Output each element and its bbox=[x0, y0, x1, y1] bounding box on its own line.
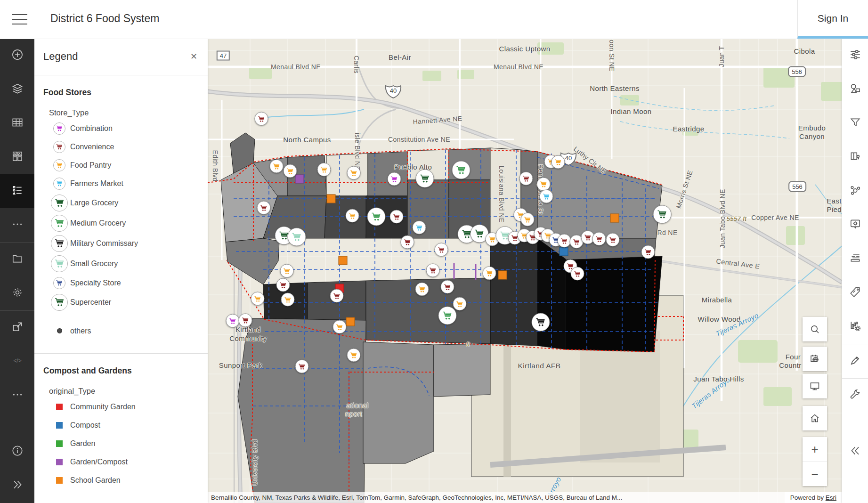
screen-button[interactable] bbox=[803, 374, 827, 398]
store-marker-medium[interactable] bbox=[367, 208, 386, 226]
garden-marker-school[interactable] bbox=[339, 256, 348, 265]
toolbar-button-add[interactable] bbox=[0, 39, 34, 73]
store-marker-pantry[interactable] bbox=[552, 155, 565, 169]
store-marker-pantry[interactable] bbox=[347, 349, 361, 362]
store-marker-conv[interactable] bbox=[330, 289, 344, 303]
store-marker-farmers[interactable] bbox=[413, 221, 426, 235]
store-marker-combo[interactable] bbox=[388, 172, 401, 186]
cart-icon bbox=[49, 159, 70, 171]
toolbar-button-more[interactable] bbox=[0, 379, 34, 413]
toolbar-button-share-nodes[interactable] bbox=[842, 174, 868, 208]
toolbar-button-code[interactable]: </> bbox=[0, 345, 34, 379]
toolbar-button-wrench[interactable] bbox=[842, 379, 868, 413]
store-marker-medium[interactable] bbox=[452, 161, 471, 179]
legend-item: Food Pantry bbox=[34, 156, 208, 174]
store-marker-pantry[interactable] bbox=[281, 293, 295, 307]
zoom-out-button[interactable]: − bbox=[803, 462, 827, 487]
store-marker-small[interactable] bbox=[288, 228, 306, 246]
store-marker-conv[interactable] bbox=[255, 112, 268, 126]
toolbar-button-tag[interactable] bbox=[842, 276, 868, 310]
legend-icon bbox=[11, 184, 24, 198]
toolbar-button-chevrons-left[interactable] bbox=[842, 435, 868, 469]
store-marker-combo[interactable] bbox=[226, 314, 240, 328]
garden-marker-school[interactable] bbox=[327, 195, 336, 203]
store-marker-conv[interactable] bbox=[276, 278, 290, 292]
store-marker-military[interactable] bbox=[532, 313, 550, 332]
search-button[interactable] bbox=[803, 317, 827, 341]
toolbar-button-legend[interactable] bbox=[0, 174, 34, 208]
toolbar-button-layers[interactable] bbox=[0, 73, 34, 106]
toolbar-button-popup-gear[interactable] bbox=[842, 208, 868, 242]
store-marker-conv[interactable] bbox=[295, 360, 309, 373]
garden-marker-school[interactable] bbox=[498, 271, 507, 280]
store-marker-conv[interactable] bbox=[257, 201, 271, 215]
toolbar-button-chevrons-right[interactable] bbox=[0, 469, 34, 503]
toolbar-button-map-areas[interactable] bbox=[842, 140, 868, 174]
legend-item-label: Compost bbox=[70, 421, 100, 430]
chevrons-left-icon bbox=[849, 445, 861, 459]
toolbar-button-filter[interactable] bbox=[842, 106, 868, 140]
legend-item: Garden/Compost bbox=[34, 453, 208, 471]
garden-marker-compost[interactable] bbox=[560, 247, 568, 256]
home-button[interactable] bbox=[803, 406, 827, 430]
esri-link[interactable]: Powered by Esri bbox=[790, 494, 836, 501]
toolbar-button-pen[interactable] bbox=[842, 344, 868, 378]
store-marker-pantry[interactable] bbox=[251, 292, 265, 306]
toolbar-button-sliders[interactable] bbox=[842, 39, 868, 73]
store-marker-conv[interactable] bbox=[390, 210, 404, 224]
store-marker-conv[interactable] bbox=[558, 234, 571, 248]
store-marker-conv[interactable] bbox=[426, 264, 440, 277]
store-marker-large[interactable] bbox=[416, 170, 434, 188]
close-icon[interactable]: ✕ bbox=[190, 51, 197, 62]
store-marker-conv[interactable] bbox=[435, 243, 448, 257]
store-marker-conv[interactable] bbox=[519, 172, 533, 186]
sign-in-button[interactable]: Sign In bbox=[797, 0, 868, 39]
map-canvas[interactable]: Bernalillo County, NM, Texas Parks & Wil… bbox=[208, 39, 842, 503]
store-marker-medium[interactable] bbox=[438, 307, 457, 325]
toolbar-button-share[interactable] bbox=[0, 311, 34, 345]
legend-item-label: Small Grocery bbox=[70, 260, 118, 268]
store-marker-pantry[interactable] bbox=[270, 160, 284, 173]
cart-icon bbox=[49, 294, 70, 311]
garden-line-marker[interactable] bbox=[454, 263, 455, 279]
garden-marker-gc[interactable] bbox=[295, 175, 304, 184]
store-marker-pantry[interactable] bbox=[537, 178, 551, 191]
toolbar-button-table[interactable] bbox=[0, 106, 34, 140]
store-marker-pantry[interactable] bbox=[453, 297, 467, 311]
legend-panel: Legend ✕ Food StoresStore_TypeCombinatio… bbox=[34, 39, 208, 503]
zoom-in-button[interactable]: + bbox=[803, 437, 827, 462]
toolbar-button-sketch[interactable] bbox=[842, 73, 868, 106]
garden-marker-school[interactable] bbox=[610, 214, 619, 223]
app-title: District 6 Food System bbox=[50, 12, 159, 25]
toolbar-button-info[interactable] bbox=[0, 435, 34, 469]
store-marker-pantry[interactable] bbox=[483, 267, 496, 280]
store-marker-pantry[interactable] bbox=[415, 283, 429, 296]
share-nodes-icon bbox=[849, 184, 861, 198]
basemap-globe-button[interactable] bbox=[803, 347, 827, 371]
store-marker-conv[interactable] bbox=[641, 245, 655, 259]
store-marker-pantry[interactable] bbox=[280, 264, 294, 278]
menu-icon[interactable] bbox=[12, 14, 27, 24]
store-marker-conv[interactable] bbox=[401, 235, 414, 249]
toolbar-button-more[interactable] bbox=[0, 208, 34, 242]
store-marker-large[interactable] bbox=[653, 205, 672, 224]
toolbar-button-chart-gear[interactable] bbox=[842, 310, 868, 344]
toolbar-button-basemap[interactable] bbox=[0, 140, 34, 174]
store-marker-pantry[interactable] bbox=[521, 213, 535, 227]
toolbar-button-gear[interactable] bbox=[0, 276, 34, 310]
store-marker-farmers[interactable] bbox=[540, 190, 553, 203]
store-marker-conv[interactable] bbox=[239, 314, 252, 327]
store-marker-pantry[interactable] bbox=[333, 320, 347, 334]
store-marker-pantry[interactable] bbox=[347, 166, 361, 180]
store-marker-conv[interactable] bbox=[606, 233, 620, 247]
store-marker-conv[interactable] bbox=[592, 232, 606, 246]
store-marker-conv[interactable] bbox=[571, 267, 584, 281]
garden-marker-school[interactable] bbox=[346, 317, 355, 326]
store-marker-pantry[interactable] bbox=[317, 163, 331, 177]
toolbar-button-folder[interactable] bbox=[0, 243, 34, 276]
garden-line-marker[interactable] bbox=[475, 264, 477, 280]
store-marker-pantry[interactable] bbox=[346, 209, 359, 223]
toolbar-button-text-lines[interactable] bbox=[842, 242, 868, 276]
store-marker-pantry[interactable] bbox=[284, 164, 297, 178]
store-marker-conv[interactable] bbox=[441, 280, 454, 294]
